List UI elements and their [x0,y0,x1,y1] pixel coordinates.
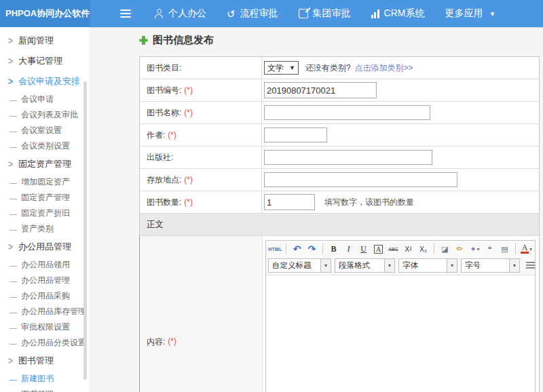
chevron-down-icon: ▼ [289,64,295,71]
sidebar-group-7[interactable]: >固定资产管理 [0,154,89,174]
sidebar-item-16[interactable]: —办公用品库存管理 [0,304,89,319]
sidebar-item-10[interactable]: —固定资产折旧 [0,205,89,221]
redo-icon[interactable]: ↷ [305,242,319,256]
custom-title-select[interactable]: 自定义标题▾ [268,258,331,273]
nav-item-group-approval[interactable]: 集团审批 [299,7,351,20]
bold-icon[interactable]: B [326,242,341,256]
book-form: 图书类目:文学▼还没有类别?点击添加类别>>图书编号:(*)图书名称:(*)作者… [139,56,540,392]
toolbar-separator [515,243,516,254]
subscript-icon[interactable]: X₂ [416,242,430,256]
sidebar-item-21[interactable]: —图书管理 [0,387,89,392]
paste-text-icon[interactable]: ▤ [498,242,512,256]
font-family-select[interactable]: 字体▾ [398,258,457,273]
sidebar-item-label: 增加固定资产 [21,176,70,188]
sidebar-item-3[interactable]: —会议申请 [0,92,89,107]
sidebar-item-label: 办公用品管理 [21,275,70,286]
add-category-link[interactable]: 点击添加类别>> [355,62,413,74]
sidebar-item-14[interactable]: —办公用品管理 [0,273,89,288]
storage-location-input[interactable] [264,172,457,187]
sidebar-scrollbar[interactable] [83,81,87,380]
magic-format-icon[interactable]: ✦▾ [468,242,482,256]
app-window: PHPOA协同办公软件 个人办公↺流程审批集团审批CRM系统更多应用▼ >新闻管… [0,0,543,392]
chevron-down-icon: ▾ [447,259,457,272]
dash-icon: — [10,339,17,347]
nav-item-label: 集团审批 [313,7,351,20]
sidebar-item-label: 会议类别设置 [21,140,70,152]
form-row-book-number: 图书编号:(*) [140,79,539,102]
strikethrough-icon[interactable]: ABC [386,242,400,256]
sidebar-item-13[interactable]: —办公用品领用 [0,257,89,273]
publisher-input[interactable] [264,150,432,165]
sidebar-group-1[interactable]: >大事记管理 [0,51,89,71]
book-category-select[interactable]: 文学▼ [264,61,299,75]
chevron-right-icon: > [8,76,13,87]
sidebar-item-9[interactable]: —固定资产管理 [0,190,89,205]
sidebar-item-17[interactable]: —审批权限设置 [0,319,89,335]
sidebar-item-5[interactable]: —会议室设置 [0,123,89,138]
dash-icon: — [10,210,17,218]
align-left-icon[interactable] [523,259,535,273]
superscript-icon[interactable]: X² [401,242,415,256]
underline-icon[interactable]: U [356,242,371,256]
book-name-input[interactable] [264,105,430,120]
sidebar-group-12[interactable]: >办公用品管理 [0,237,89,257]
sidebar-group-19[interactable]: >图书管理 [0,351,89,371]
html-source-icon[interactable]: HTML [268,242,282,256]
book-number-input[interactable] [264,82,377,98]
field-value-cell [262,146,539,168]
font-color-icon[interactable]: A▾ [519,242,533,256]
book-quantity-input[interactable] [264,194,315,210]
nav-item-workflow-approval[interactable]: ↺流程审批 [227,7,278,20]
chevron-right-icon: > [8,241,13,252]
nav-item-more-apps[interactable]: 更多应用▼ [445,7,495,20]
toolbar-separator [322,243,323,254]
chevron-down-icon: ▼ [489,10,495,18]
toolbar-separator [286,243,286,254]
sidebar-group-2[interactable]: >会议申请及安排 [0,71,89,92]
required-marker: (*) [184,197,193,207]
nav-item-label: 个人办公 [168,7,206,20]
nav-item-personal-office[interactable]: 个人办公 [154,7,206,20]
dash-icon: — [10,96,17,104]
sidebar-item-8[interactable]: —增加固定资产 [0,174,89,190]
field-value-cell: 填写数字，该图书的数量 [262,191,539,213]
paragraph-format-select[interactable]: 段落格式▾ [335,258,395,273]
italic-icon[interactable]: I [341,242,356,256]
dash-icon: — [10,127,17,135]
app-header: PHPOA协同办公软件 个人办公↺流程审批集团审批CRM系统更多应用▼ [0,0,543,27]
sidebar-item-18[interactable]: —办公用品分类设置 [0,335,89,351]
font-size-select[interactable]: 字号▾ [461,258,520,273]
flow-approval-icon: ↺ [227,9,236,19]
sidebar-item-4[interactable]: —会议列表及审批 [0,107,89,123]
chevron-down-icon: ▾ [384,259,394,272]
required-marker: (*) [168,130,176,140]
required-marker: (*) [184,85,193,95]
editor-content-area[interactable] [266,275,535,392]
format-brush-icon[interactable]: ✏ [453,242,467,256]
sidebar-item-15[interactable]: —办公用品采购 [0,288,89,304]
menu-toggle-icon[interactable] [120,9,131,18]
dash-icon: — [10,178,17,187]
nav-item-crm-system[interactable]: CRM系统 [371,7,425,20]
sidebar-item-6[interactable]: —会议类别设置 [0,138,89,154]
nav-item-label: CRM系统 [384,7,425,20]
form-row-storage-location: 存放地点:(*) [140,169,539,191]
sidebar-item-label: 办公用品管理 [18,241,71,253]
chevron-right-icon: > [8,35,13,46]
sidebar-group-0[interactable]: >新闻管理 [0,31,89,51]
form-row-book-category: 图书类目:文学▼还没有类别?点击添加类别>> [140,57,539,79]
sidebar-item-20[interactable]: —新建图书 [0,371,89,387]
dash-icon: — [10,308,17,316]
author-input[interactable] [264,128,327,142]
sidebar-item-label: 会议申请 [21,94,54,105]
sidebar-item-11[interactable]: —资产类别 [0,221,89,237]
font-border-icon[interactable]: A [371,242,386,256]
dash-icon: — [10,194,17,202]
chevron-down-icon: ▾ [320,259,331,272]
highlight-color-icon[interactable]: ab▾ [534,242,535,256]
editor-toolbar-row1: HTML↶↷BIUAABCX²X₂◪✏✦▾❝▤A▾ab▾≡▾≡▾ [266,241,535,257]
blockquote-icon[interactable]: ❝ [483,242,497,256]
eraser-icon[interactable]: ◪ [438,242,452,256]
undo-icon[interactable]: ↶ [290,242,304,256]
field-label: 图书名称:(*) [140,102,262,123]
